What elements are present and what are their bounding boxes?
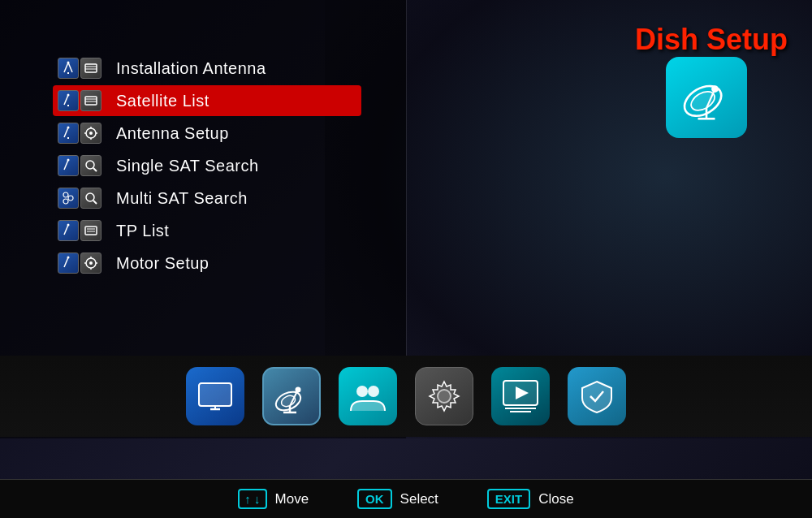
settings-button[interactable] (415, 367, 473, 425)
tp-list-label: TP List (116, 222, 169, 240)
antenna-setup-icon-1 (58, 123, 79, 144)
svg-point-14 (67, 94, 70, 97)
svg-point-35 (86, 193, 94, 201)
antenna-setup-label: Antenna Setup (116, 124, 229, 143)
move-label: Move (275, 491, 309, 507)
svg-point-29 (67, 159, 70, 162)
svg-line-36 (93, 201, 97, 204)
ok-label: Select (400, 491, 438, 507)
multi-sat-icon-2 (80, 188, 102, 209)
svg-rect-10 (85, 64, 97, 72)
svg-point-33 (68, 196, 73, 201)
svg-point-60 (368, 386, 379, 397)
svg-rect-50 (199, 383, 231, 406)
svg-point-20 (67, 127, 70, 129)
single-sat-icon-1 (58, 155, 79, 176)
footer-controls: ↑ ↓ Move OK Select EXIT Close (0, 479, 812, 518)
ok-control: OK Select (357, 489, 438, 509)
menu-item-tp-list[interactable]: TP List (53, 215, 361, 246)
move-control: ↑ ↓ Move (238, 489, 309, 509)
tp-list-icon-2 (80, 220, 102, 241)
svg-line-37 (64, 225, 68, 235)
multi-sat-search-label: Multi SAT Search (116, 189, 248, 208)
svg-point-23 (89, 132, 93, 135)
svg-line-42 (64, 257, 68, 267)
antenna-setup-icon-2 (80, 123, 102, 144)
menu-item-motor-setup[interactable]: Motor Setup (53, 248, 361, 278)
motor-setup-icon-2 (80, 253, 102, 274)
ok-key: OK (357, 489, 392, 509)
svg-line-7 (68, 63, 72, 72)
svg-point-30 (86, 161, 94, 169)
menu-item-single-sat-search[interactable]: Single SAT Search (53, 150, 361, 181)
single-sat-icon-2 (80, 155, 102, 176)
svg-line-28 (64, 160, 68, 170)
tp-list-icon-1 (58, 220, 79, 241)
dish-icon-top (666, 57, 747, 138)
menu-item-multi-sat-search[interactable]: Multi SAT Search (53, 183, 361, 214)
satellite-icon-2 (80, 90, 102, 111)
single-sat-search-label: Single SAT Search (116, 157, 259, 175)
media-button[interactable] (491, 367, 550, 425)
installation-antenna-label: Installation Antenna (116, 59, 266, 78)
svg-point-32 (63, 192, 68, 197)
exit-label: Close (538, 491, 573, 507)
menu-item-satellite-list[interactable]: Satellite List (53, 85, 361, 116)
svg-line-19 (64, 127, 68, 137)
tv-button[interactable] (186, 367, 244, 425)
motor-setup-icon-1 (58, 253, 79, 274)
svg-line-31 (93, 168, 97, 171)
svg-rect-39 (85, 227, 97, 235)
satellite-list-label: Satellite List (116, 92, 209, 110)
svg-point-43 (67, 257, 70, 259)
satellite-icon-1 (58, 90, 79, 111)
move-key: ↑ ↓ (238, 489, 266, 509)
menu-item-antenna-setup[interactable]: Antenna Setup (53, 118, 361, 149)
exit-control: EXIT Close (487, 489, 574, 509)
page-title: Dish Setup (635, 23, 788, 57)
svg-rect-16 (85, 97, 97, 105)
motor-setup-label: Motor Setup (116, 254, 209, 273)
menu-item-installation-antenna[interactable]: Installation Antenna (53, 53, 361, 84)
users-button[interactable] (339, 367, 397, 425)
svg-point-34 (63, 199, 68, 204)
exit-key: EXIT (487, 489, 530, 509)
antenna-icon-2 (80, 58, 102, 79)
svg-point-38 (67, 224, 70, 227)
shield-button[interactable] (568, 367, 626, 425)
svg-point-59 (356, 386, 368, 397)
svg-line-13 (64, 95, 68, 105)
svg-point-45 (89, 261, 93, 265)
antenna-icon-1 (58, 58, 79, 79)
menu-list: Installation Antenna Satellite List (53, 53, 361, 280)
svg-line-6 (64, 63, 68, 72)
svg-point-8 (67, 62, 70, 64)
satellite-button[interactable] (262, 367, 321, 425)
multi-sat-icon-1 (58, 188, 79, 209)
